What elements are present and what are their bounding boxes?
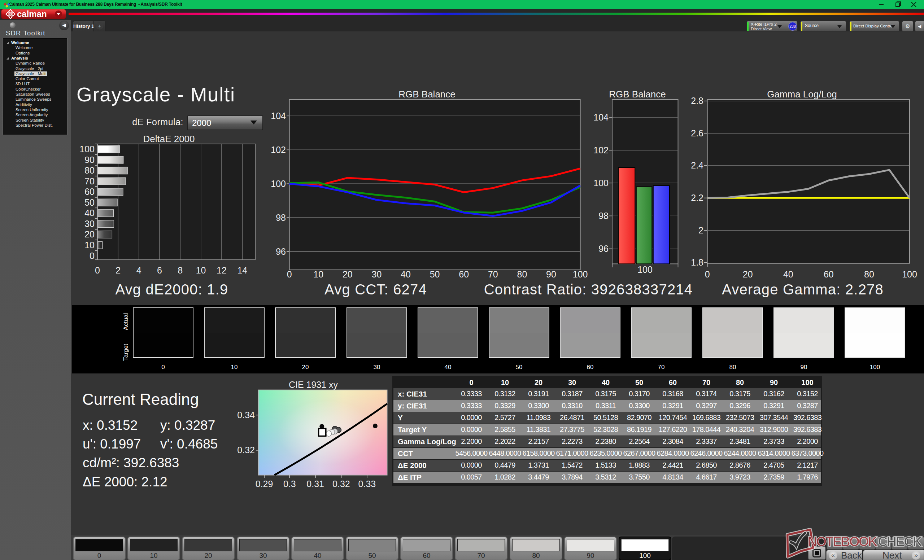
- svg-text:102: 102: [593, 145, 609, 155]
- svg-text:70: 70: [488, 269, 498, 279]
- svg-text:100: 100: [80, 144, 94, 154]
- svg-text:RGB Balance: RGB Balance: [399, 89, 456, 100]
- svg-text:30: 30: [371, 269, 381, 279]
- svg-text:DeltaE 2000: DeltaE 2000: [143, 133, 195, 144]
- svg-text:2: 2: [116, 265, 120, 275]
- svg-text:20: 20: [342, 269, 352, 279]
- svg-text:98: 98: [598, 211, 609, 221]
- svg-text:90: 90: [84, 155, 94, 165]
- svg-text:0: 0: [287, 269, 292, 279]
- svg-text:60: 60: [459, 269, 469, 279]
- svg-text:60: 60: [84, 187, 94, 197]
- svg-text:Gamma Log/Log: Gamma Log/Log: [767, 89, 837, 100]
- svg-text:0.32: 0.32: [332, 479, 350, 489]
- svg-text:1.8: 1.8: [691, 257, 704, 267]
- svg-text:0: 0: [90, 251, 94, 261]
- svg-text:NOTEBOOK: NOTEBOOK: [807, 534, 878, 549]
- svg-text:104: 104: [271, 111, 286, 121]
- svg-text:80: 80: [864, 269, 874, 279]
- svg-text:0: 0: [95, 265, 100, 275]
- svg-text:6: 6: [157, 265, 162, 275]
- svg-text:calman: calman: [17, 9, 47, 19]
- svg-text:70: 70: [84, 176, 94, 186]
- svg-text:30: 30: [84, 219, 94, 229]
- svg-text:RGB Balance: RGB Balance: [609, 89, 666, 100]
- svg-text:10: 10: [313, 269, 323, 279]
- svg-text:2: 2: [698, 225, 704, 235]
- svg-text:CIE 1931 xy: CIE 1931 xy: [289, 380, 338, 390]
- svg-text:10: 10: [196, 265, 206, 275]
- svg-text:14: 14: [237, 265, 247, 275]
- svg-text:50: 50: [84, 198, 94, 208]
- svg-text:80: 80: [84, 165, 94, 175]
- svg-text:50: 50: [430, 269, 440, 279]
- svg-text:98: 98: [276, 213, 286, 223]
- svg-text:60: 60: [824, 269, 834, 279]
- svg-text:40: 40: [400, 269, 411, 279]
- svg-text:0.29: 0.29: [255, 479, 273, 489]
- svg-text:100: 100: [271, 179, 286, 189]
- svg-text:100: 100: [593, 178, 609, 188]
- svg-text:2.6: 2.6: [691, 128, 704, 138]
- svg-text:40: 40: [783, 269, 794, 279]
- svg-text:80: 80: [517, 269, 527, 279]
- svg-text:104: 104: [593, 112, 609, 122]
- svg-text:4: 4: [136, 265, 141, 275]
- svg-text:0.32: 0.32: [237, 445, 255, 455]
- svg-text:0.31: 0.31: [306, 479, 324, 489]
- svg-text:96: 96: [276, 246, 286, 256]
- svg-text:20: 20: [84, 229, 94, 239]
- svg-text:8: 8: [178, 265, 183, 275]
- svg-text:2.8: 2.8: [691, 96, 704, 106]
- svg-text:0: 0: [705, 269, 710, 279]
- svg-text:2.2: 2.2: [691, 193, 704, 203]
- svg-text:102: 102: [271, 145, 286, 155]
- svg-text:100: 100: [902, 269, 917, 279]
- svg-text:0.34: 0.34: [237, 410, 255, 420]
- svg-text:90: 90: [546, 269, 556, 279]
- svg-text:96: 96: [598, 244, 609, 254]
- svg-text:10: 10: [84, 240, 94, 250]
- svg-text:100: 100: [638, 265, 652, 275]
- svg-text:12: 12: [217, 265, 226, 275]
- svg-text:100: 100: [573, 269, 588, 279]
- svg-text:20: 20: [743, 269, 753, 279]
- svg-text:2.4: 2.4: [691, 160, 704, 170]
- svg-text:40: 40: [84, 208, 94, 218]
- svg-text:0.33: 0.33: [358, 479, 376, 489]
- svg-text:0.3: 0.3: [284, 479, 296, 489]
- svg-text:CHECK: CHECK: [878, 534, 923, 549]
